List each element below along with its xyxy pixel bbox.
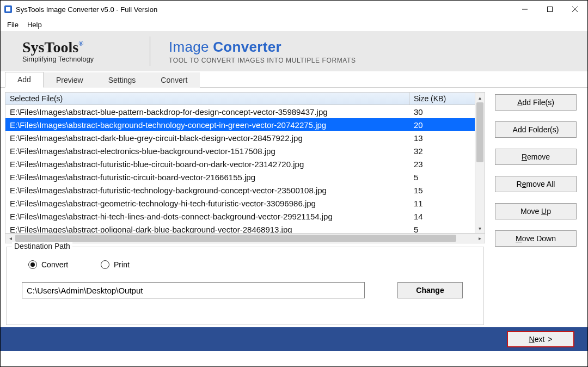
table-body: E:\Files\Images\abstract-blue-pattern-ba… <box>5 105 475 233</box>
banner-divider <box>150 36 150 66</box>
menu-file[interactable]: File <box>3 20 23 30</box>
cell-path: E:\Files\Images\abstract-futuristic-tech… <box>5 186 409 195</box>
mnemonic: M <box>516 234 522 243</box>
app-icon <box>4 5 13 14</box>
add-folders-button[interactable]: Add Folder(s) <box>495 121 577 138</box>
destination-path-input[interactable] <box>22 282 365 298</box>
label-rest: ext <box>535 335 545 344</box>
close-button[interactable] <box>562 1 587 18</box>
table-row[interactable]: E:\Files\Images\abstract-dark-blue-grey-… <box>5 131 475 144</box>
table-row[interactable]: E:\Files\Images\abstract-hi-tech-lines-a… <box>5 210 475 223</box>
radio-convert-label: Convert <box>41 260 68 269</box>
scroll-left-icon[interactable]: ◂ <box>5 235 15 241</box>
cell-path: E:\Files\Images\abstract-dark-blue-grey-… <box>5 133 409 143</box>
mnemonic: N <box>529 335 535 344</box>
product-title-block: Image Converter TOOL TO CONVERT IMAGES I… <box>169 39 356 64</box>
table-row[interactable]: E:\Files\Images\abstract-futuristic-blue… <box>5 157 475 170</box>
tab-add[interactable]: Add <box>5 72 44 88</box>
label-rest: p <box>547 207 551 216</box>
scroll-up-icon[interactable]: ▴ <box>475 93 485 102</box>
table-row[interactable]: E:\Files\Images\abstract-background-tech… <box>5 118 475 131</box>
add-files-button[interactable]: Add File(s) <box>495 94 577 111</box>
chevron-right-icon: > <box>548 335 552 344</box>
move-up-button[interactable]: Move Up <box>495 203 577 219</box>
cell-path: E:\Files\Images\abstract-futuristic-blue… <box>5 160 409 169</box>
cell-path: E:\Files\Images\abstract-futuristic-circ… <box>5 173 409 182</box>
label-rest: ove Down <box>522 234 556 243</box>
product-word-image: Image <box>169 39 209 55</box>
table-row[interactable]: E:\Files\Images\abstract-blue-pattern-ba… <box>5 105 475 118</box>
label-rest: dd File(s) <box>522 98 554 107</box>
table-header: Selected File(s) Size (KB) <box>5 93 475 105</box>
radio-dot-icon <box>101 260 109 269</box>
logo-tagline: Simplifying Technology <box>22 56 131 63</box>
product-word-converter: Converter <box>213 39 281 55</box>
banner: SysTools® Simplifying Technology Image C… <box>1 31 587 71</box>
cell-size: 30 <box>409 107 475 117</box>
svg-rect-3 <box>548 7 553 12</box>
radio-convert[interactable]: Convert <box>28 260 68 269</box>
cell-size: 5 <box>409 225 475 234</box>
cell-size: 23 <box>409 160 475 169</box>
change-button[interactable]: Change <box>397 282 463 298</box>
tab-strip: Add Preview Settings Convert <box>1 71 587 88</box>
vertical-scrollbar[interactable]: ▴ ▾ <box>475 93 485 233</box>
logo-main-text: SysTools <box>22 39 78 56</box>
registered-icon: ® <box>78 40 83 47</box>
label-rest: emove <box>527 152 550 161</box>
mnemonic: R <box>522 152 527 161</box>
cell-size: 20 <box>409 120 475 130</box>
mnemonic: U <box>541 207 547 216</box>
column-header-path[interactable]: Selected File(s) <box>5 93 409 105</box>
next-button[interactable]: Next > <box>507 331 574 347</box>
table-row[interactable]: E:\Files\Images\abstract-electronics-blu… <box>5 144 475 157</box>
cell-path: E:\Files\Images\abstract-hi-tech-lines-a… <box>5 212 409 221</box>
destination-legend: Destination Path <box>12 242 72 250</box>
remove-button[interactable]: Remove <box>495 149 577 165</box>
tab-preview[interactable]: Preview <box>44 72 96 88</box>
label-rest: move All <box>526 180 555 188</box>
cell-path: E:\Files\Images\abstract-blue-pattern-ba… <box>5 107 409 117</box>
menu-bar: File Help <box>1 18 587 31</box>
table-row[interactable]: E:\Files\Images\abstract-geometric-techn… <box>5 197 475 210</box>
minimize-button[interactable] <box>512 1 537 18</box>
window-controls <box>512 1 587 18</box>
move-down-button[interactable]: Move Down <box>495 230 577 247</box>
cell-path: E:\Files\Images\abstract-poligonal-dark-… <box>5 225 409 234</box>
scroll-right-icon[interactable]: ▸ <box>475 235 485 241</box>
product-subtitle: TOOL TO CONVERT IMAGES INTO MULTIPLE FOR… <box>169 57 356 64</box>
maximize-button[interactable] <box>537 1 562 18</box>
cell-path: E:\Files\Images\abstract-geometric-techn… <box>5 199 409 208</box>
tab-settings[interactable]: Settings <box>96 72 149 88</box>
cell-size: 15 <box>409 186 475 195</box>
logo-text: SysTools® <box>22 39 131 55</box>
left-pane: Selected File(s) Size (KB) E:\Files\Imag… <box>1 88 488 327</box>
scroll-thumb[interactable] <box>476 102 483 162</box>
destination-groupbox: Destination Path Convert Print Change <box>6 247 484 325</box>
svg-rect-1 <box>6 7 10 11</box>
column-header-size[interactable]: Size (KB) <box>409 93 475 105</box>
horizontal-scrollbar[interactable]: ◂ ▸ <box>5 234 485 243</box>
label-pre: R <box>517 180 522 188</box>
remove-all-button[interactable]: Remove All <box>495 176 577 192</box>
action-pane: Add File(s) Add Folder(s) Remove Remove … <box>488 88 587 327</box>
tab-convert[interactable]: Convert <box>148 72 200 88</box>
work-area: Selected File(s) Size (KB) E:\Files\Imag… <box>1 88 587 327</box>
title-bar: SysTools Image Converter v5.0 - Full Ver… <box>1 1 587 18</box>
cell-path: E:\Files\Images\abstract-background-tech… <box>5 120 409 130</box>
footer-bar: Next > <box>1 327 587 351</box>
cell-size: 32 <box>409 146 475 156</box>
menu-help[interactable]: Help <box>23 20 46 30</box>
file-table: Selected File(s) Size (KB) E:\Files\Imag… <box>5 92 485 234</box>
table-row[interactable]: E:\Files\Images\abstract-futuristic-circ… <box>5 170 475 184</box>
scroll-down-icon[interactable]: ▾ <box>475 223 485 233</box>
label-pre: Move <box>520 207 541 216</box>
radio-print-label: Print <box>114 260 130 269</box>
hscroll-thumb[interactable] <box>15 235 456 242</box>
radio-print[interactable]: Print <box>101 260 130 269</box>
logo-block: SysTools® Simplifying Technology <box>22 39 131 63</box>
table-row[interactable]: E:\Files\Images\abstract-futuristic-tech… <box>5 184 475 197</box>
radio-dot-icon <box>28 260 37 269</box>
table-row[interactable]: E:\Files\Images\abstract-poligonal-dark-… <box>5 223 475 233</box>
cell-path: E:\Files\Images\abstract-electronics-blu… <box>5 146 409 156</box>
